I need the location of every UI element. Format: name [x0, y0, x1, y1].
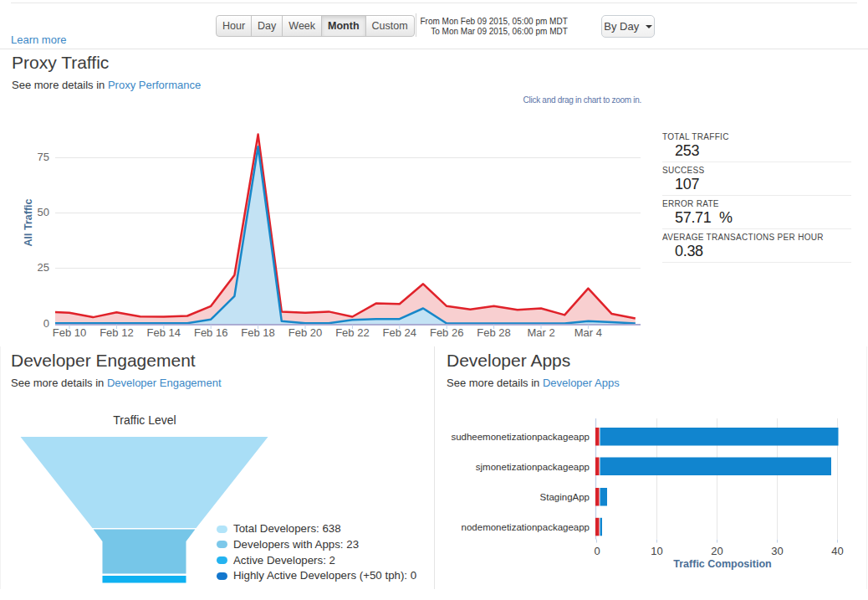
svg-text:Feb 28: Feb 28: [477, 326, 510, 339]
svg-text:10: 10: [651, 545, 662, 557]
svg-text:Traffic Level: Traffic Level: [113, 413, 176, 427]
svg-text:75: 75: [38, 151, 49, 163]
svg-text:Feb 22: Feb 22: [335, 326, 369, 339]
svg-text:25: 25: [38, 261, 49, 274]
svg-text:nodemonetizationpackageapp: nodemonetizationpackageapp: [462, 522, 590, 532]
svg-text:StagingApp: StagingApp: [540, 492, 590, 502]
svg-text:30: 30: [771, 545, 783, 557]
svg-text:Feb 18: Feb 18: [241, 326, 274, 339]
svg-text:Mar 4: Mar 4: [574, 326, 602, 339]
svg-text:0: 0: [43, 317, 49, 330]
svg-text:sjmonetizationpackageapp: sjmonetizationpackageapp: [476, 462, 590, 472]
svg-text:Feb 10: Feb 10: [53, 326, 86, 339]
svg-text:All Traffic: All Traffic: [23, 198, 34, 246]
svg-text:50: 50: [38, 206, 49, 218]
svg-text:Traffic Composition: Traffic Composition: [673, 558, 771, 570]
svg-text:20: 20: [711, 545, 722, 557]
svg-text:sudheemonetizationpackageapp: sudheemonetizationpackageapp: [451, 432, 590, 442]
svg-text:Feb 14: Feb 14: [147, 326, 181, 339]
svg-text:0: 0: [594, 545, 600, 557]
svg-text:Feb 12: Feb 12: [100, 326, 133, 339]
svg-text:Feb 26: Feb 26: [430, 326, 463, 339]
svg-text:Feb 24: Feb 24: [383, 326, 416, 339]
svg-text:Feb 16: Feb 16: [194, 326, 227, 339]
svg-text:Mar 2: Mar 2: [527, 326, 554, 339]
svg-text:40: 40: [831, 545, 843, 557]
svg-text:Feb 20: Feb 20: [288, 326, 322, 339]
